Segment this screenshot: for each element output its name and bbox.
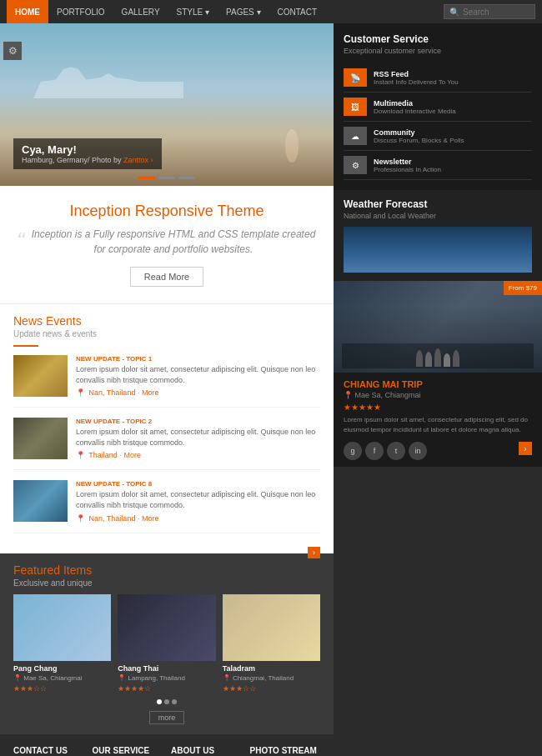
news-thumbnail	[13, 480, 68, 522]
news-divider	[13, 345, 38, 347]
nav-contact[interactable]: CONTACT	[269, 0, 326, 23]
news-more-link[interactable]: More	[142, 514, 159, 523]
footer-photos: PHOTO STREAM	[250, 746, 321, 756]
settings-icon: ⚙	[8, 45, 18, 57]
pin-icon: 📍	[76, 514, 85, 523]
search-icon: 🔍	[449, 8, 459, 17]
news-more-link[interactable]: More	[123, 451, 141, 459]
weather-image	[344, 227, 532, 273]
news-tag: NEW UPDATE - TOPIC 1	[76, 355, 320, 363]
cs-item-desc: Instant Info Delivered To You	[374, 78, 459, 86]
trip-image: From $79	[334, 281, 542, 373]
news-location: 📍 Nan, Thailand · More	[76, 514, 320, 523]
nav-style[interactable]: STYLE ▾	[168, 0, 218, 23]
news-location: 📍 Thailand · More	[76, 451, 320, 459]
news-text: Lorem ipsum dolor sit amet, consectetur …	[76, 364, 320, 385]
nav-portfolio[interactable]: PORTFOLIO	[48, 0, 113, 23]
trip-title: CHIANG MAI TRIP	[344, 379, 532, 389]
featured-image	[223, 594, 320, 661]
footer-contact-title: CONTACT US	[13, 746, 84, 756]
right-column: Customer Service Exceptional customer se…	[334, 23, 542, 756]
news-item: NEW UPDATE - TOPIC 2 Lorem ipsum dolor s…	[13, 418, 320, 470]
news-more-link[interactable]: More	[142, 388, 159, 397]
carousel-dot-active[interactable]	[157, 699, 162, 704]
intro-section: Inception Responsive Theme Inception is …	[0, 186, 334, 304]
hero-overlay: Cya, Mary! Hamburg, Germany/ Photo by Za…	[13, 138, 162, 169]
featured-stars: ★★★★☆	[118, 684, 215, 693]
footer-service: OUR SERVICE Duis auhe more ditas Sed in …	[93, 746, 163, 756]
social-icons: g f t in	[344, 442, 519, 460]
featured-name: Chang Thai	[118, 664, 215, 673]
search-input[interactable]	[463, 8, 529, 17]
cs-item-desc: Download Interactive Media	[374, 108, 456, 115]
featured-item: Taladram 📍 Chiangmai, Thailand ★★★☆☆	[223, 594, 320, 693]
news-content: NEW UPDATE - TOPIC 8 Lorem ipsum dolor s…	[76, 480, 320, 522]
multimedia-icon: 🖼	[344, 98, 367, 116]
featured-location: 📍 Chiangmai, Thailand	[223, 674, 320, 682]
news-text: Lorem ipsum dolor sit amet, consectetur …	[76, 427, 320, 448]
customer-service-section: Customer Service Exceptional customer se…	[334, 23, 542, 190]
footer-contact: CONTACT US 📞 (175) 409-7900 ✉ info@websi…	[13, 746, 84, 756]
weather-section: Weather Forecast National and Local Weat…	[334, 190, 542, 281]
slider-dot-active[interactable]	[138, 177, 155, 179]
trip-location: 📍 Mae Sa, Chiangmai	[344, 391, 532, 399]
cs-item-desc: Discuss Forum, Blocks & Polls	[374, 137, 464, 144]
sale-badge: From $79	[504, 281, 542, 295]
read-more-button[interactable]: Read More	[130, 267, 203, 287]
footer-about: ABOUT US Consectetur adipiscing elit sen…	[171, 746, 242, 756]
search-box[interactable]: 🔍	[444, 4, 535, 19]
featured-stars: ★★★☆☆	[223, 684, 320, 693]
cs-subtitle: Exceptional customer service	[344, 47, 532, 55]
cs-item: ⚙ Newsletter Professionals In Action	[344, 151, 532, 180]
google-plus-icon[interactable]: g	[344, 442, 362, 460]
facebook-icon[interactable]: f	[365, 442, 384, 460]
news-content: NEW UPDATE - TOPIC 2 Lorem ipsum dolor s…	[76, 418, 320, 459]
weather-subtitle: National and Local Weather	[344, 212, 532, 220]
navigation: HOME PORTFOLIO GALLERY STYLE ▾ PAGES ▾ C…	[0, 0, 542, 23]
nav-gallery[interactable]: GALLERY	[113, 0, 168, 23]
hero-subtitle: Hamburg, Germany/ Photo by Zanttox ›	[22, 156, 153, 164]
featured-location: 📍 Mae Sa, Chiangmai	[13, 674, 111, 682]
twitter-icon[interactable]: t	[387, 442, 405, 460]
featured-item: Chang Thai 📍 Lampang, Thailand ★★★★☆	[118, 594, 215, 693]
pin-icon: 📍	[344, 391, 353, 399]
news-thumbnail	[13, 355, 68, 397]
featured-more-button[interactable]: more	[149, 711, 185, 724]
news-title: News Events	[13, 314, 320, 328]
linkedin-icon[interactable]: in	[409, 442, 427, 460]
featured-image	[118, 594, 215, 661]
cs-title: Customer Service	[344, 33, 532, 45]
hero-title: Cya, Mary!	[22, 143, 153, 156]
cs-item-label: RSS Feed	[374, 70, 459, 78]
featured-title: Featured Items	[13, 563, 320, 577]
trip-more-button[interactable]: ›	[519, 442, 532, 455]
news-location: 📍 Nan, Thailand · More	[76, 388, 320, 397]
news-tag: NEW UPDATE - TOPIC 2	[76, 418, 320, 425]
site-footer: CONTACT US 📞 (175) 409-7900 ✉ info@websi…	[0, 734, 334, 756]
carousel-dots	[13, 699, 320, 704]
cs-item: 📡 RSS Feed Instant Info Delivered To You	[344, 63, 532, 93]
cs-item: ☁ Community Discuss Forum, Blocks & Poll…	[344, 122, 532, 151]
slider-dot[interactable]	[178, 177, 195, 179]
slider-dot[interactable]	[158, 177, 175, 179]
cs-item-label: Newsletter	[374, 158, 441, 166]
featured-name: Pang Chang	[13, 664, 111, 673]
news-tag: NEW UPDATE - TOPIC 8	[76, 480, 320, 488]
news-title-text: News	[13, 314, 43, 328]
footer-photos-title: PHOTO STREAM	[250, 746, 321, 756]
nav-items: PORTFOLIO GALLERY STYLE ▾ PAGES ▾ CONTAC…	[48, 0, 325, 23]
carousel-dot[interactable]	[172, 699, 177, 704]
featured-item: Pang Chang 📍 Mae Sa, Chiangmai ★★★☆☆	[13, 594, 111, 693]
trip-stars: ★★★★★	[344, 403, 532, 412]
nav-pages[interactable]: PAGES ▾	[218, 0, 269, 23]
featured-image	[13, 594, 111, 661]
news-more-button[interactable]: ›	[308, 547, 320, 558]
featured-stars: ★★★☆☆	[13, 684, 111, 693]
intro-quote: Inception is a Fully responsive HTML and…	[17, 227, 317, 257]
nav-home[interactable]: HOME	[7, 0, 48, 23]
pin-icon: 📍	[76, 451, 85, 459]
settings-button[interactable]: ⚙	[3, 42, 22, 60]
carousel-dot[interactable]	[164, 699, 169, 704]
left-column: Cya, Mary! Hamburg, Germany/ Photo by Za…	[0, 23, 334, 756]
trip-section: From $79 CHIANG MAI TRIP 📍 Mae Sa, Chian…	[334, 281, 542, 467]
